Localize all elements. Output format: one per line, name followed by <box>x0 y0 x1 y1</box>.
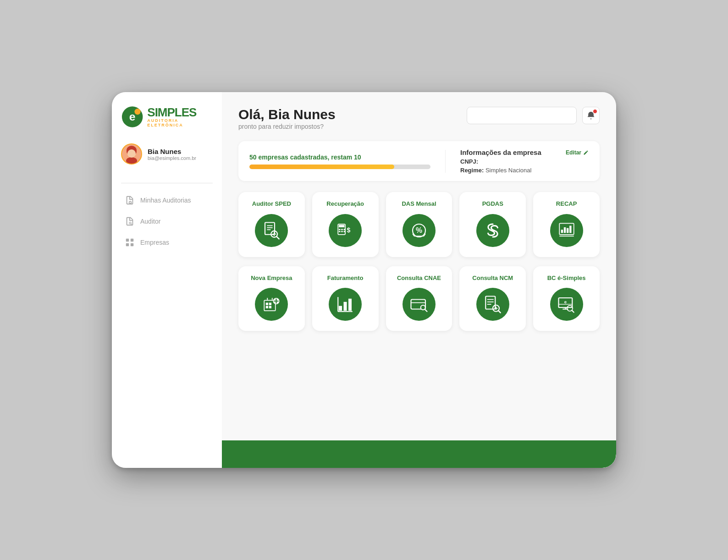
svg-rect-13 <box>126 239 129 242</box>
svg-rect-27 <box>339 229 341 230</box>
sidebar-item-minhas-auditorias[interactable]: Minhas Auditorias <box>121 191 213 210</box>
avatar-image <box>122 144 141 164</box>
logo-area: e SIMPLES AUDITORIA ELETRÔNICA <box>121 105 213 129</box>
svg-rect-28 <box>341 229 343 230</box>
user-info: Bia Nunes bia@esimples.com.br <box>148 148 196 161</box>
recuperacao-icon: $ <box>336 221 355 240</box>
company-banner: 50 empresas cadastradas, restam 10 Infor… <box>238 141 600 181</box>
svg-text:e: e <box>129 110 136 123</box>
svg-line-12 <box>131 224 132 225</box>
card-label-recap: RECAP <box>556 200 577 208</box>
recap-icon <box>557 221 576 240</box>
search-input[interactable] <box>467 107 577 124</box>
consulta-cnae-icon <box>409 295 429 314</box>
consulta-ncm-icon-circle <box>476 288 509 321</box>
svg-point-8 <box>127 149 136 158</box>
faturamento-icon-circle <box>329 288 362 321</box>
card-consulta-cnae[interactable]: Consulta CNAE <box>386 266 452 331</box>
card-recap[interactable]: RECAP <box>533 192 600 257</box>
svg-rect-49 <box>269 306 271 308</box>
recuperacao-icon-circle: $ <box>329 214 362 247</box>
svg-rect-15 <box>126 243 129 246</box>
bc-esimples-icon-circle: e <box>550 288 583 321</box>
svg-rect-56 <box>344 302 347 311</box>
user-email: bia@esimples.com.br <box>148 155 196 161</box>
header-row: Olá, Bia Nunes pronto para reduzir impos… <box>238 107 600 130</box>
company-left: 50 empresas cadastradas, restam 10 <box>249 154 430 169</box>
sidebar-item-empresas[interactable]: Empresas <box>121 233 213 252</box>
svg-rect-17 <box>265 222 275 234</box>
svg-point-63 <box>421 306 425 309</box>
card-consulta-ncm[interactable]: Consulta NCM <box>459 266 526 331</box>
consulta-ncm-icon <box>483 295 502 314</box>
sidebar: e SIMPLES AUDITORIA ELETRÔNICA <box>112 92 222 468</box>
edit-icon <box>583 150 589 155</box>
pgdas-icon <box>483 221 502 240</box>
cnpj-label: CNPJ: <box>460 158 478 165</box>
card-faturamento[interactable]: Faturamento <box>312 266 379 331</box>
logo-icon: e <box>121 105 143 129</box>
card-label-nova-empresa: Nova Empresa <box>251 275 292 282</box>
card-label-das-mensal: DAS Mensal <box>402 200 436 208</box>
das-mensal-icon-circle: % <box>403 214 436 247</box>
svg-rect-65 <box>485 296 495 309</box>
cards-row-1: Auditor SPED <box>238 192 600 257</box>
svg-rect-57 <box>348 299 352 311</box>
main-content: Olá, Bia Nunes pronto para reduzir impos… <box>222 92 616 468</box>
sidebar-nav: Minhas Auditorias Auditor Empresas <box>121 191 213 254</box>
das-mensal-icon: % <box>409 221 429 240</box>
svg-rect-14 <box>131 239 133 242</box>
svg-rect-16 <box>131 243 133 246</box>
greeting-title: Olá, Bia Nunes <box>238 107 336 122</box>
card-label-consulta-cnae: Consulta CNAE <box>397 275 441 282</box>
count-highlight: 10 <box>354 154 361 161</box>
header-right <box>467 107 600 124</box>
card-pgdas[interactable]: PGDAS <box>459 192 526 257</box>
notification-button[interactable] <box>582 107 600 124</box>
company-divider <box>445 150 446 173</box>
svg-line-64 <box>425 310 427 312</box>
companies-count: 50 empresas cadastradas, restam 10 <box>249 154 430 161</box>
company-info-header: Informações da empresa Editar <box>460 148 589 156</box>
svg-rect-55 <box>339 306 342 311</box>
svg-text:e: e <box>564 299 567 304</box>
card-label-pgdas: PGDAS <box>482 200 503 208</box>
auditor-sped-icon <box>262 221 281 240</box>
pgdas-icon-circle <box>476 214 509 247</box>
card-nova-empresa[interactable]: Nova Empresa <box>238 266 305 331</box>
sidebar-divider <box>121 183 213 183</box>
sidebar-item-auditor[interactable]: Auditor <box>121 212 213 231</box>
card-das-mensal[interactable]: DAS Mensal % <box>386 192 452 257</box>
svg-rect-41 <box>563 227 565 233</box>
svg-line-22 <box>277 236 279 239</box>
cards-section: Auditor SPED <box>238 192 600 331</box>
edit-button[interactable]: Editar <box>566 149 589 156</box>
card-auditor-sped[interactable]: Auditor SPED <box>238 192 305 257</box>
regime-label: Regime: <box>460 167 484 174</box>
cnpj-row: CNPJ: <box>460 158 589 165</box>
logo-text-area: SIMPLES AUDITORIA ELETRÔNICA <box>147 106 213 127</box>
company-info-title: Informações da empresa <box>460 148 541 156</box>
progress-bar <box>249 165 430 169</box>
cards-row-2: Nova Empresa <box>238 266 600 331</box>
avatar <box>121 143 142 165</box>
auditor-icon <box>125 216 135 226</box>
auditor-sped-icon-circle <box>255 214 288 247</box>
svg-rect-48 <box>269 303 271 305</box>
card-label-consulta-ncm: Consulta NCM <box>472 275 513 282</box>
svg-text:%: % <box>416 226 422 234</box>
svg-point-2 <box>134 109 140 115</box>
user-area: Bia Nunes bia@esimples.com.br <box>121 142 213 166</box>
nova-empresa-icon-circle <box>255 288 288 321</box>
card-label-recuperacao: Recuperação <box>326 200 364 208</box>
bc-esimples-icon: e <box>557 295 576 314</box>
consulta-cnae-icon-circle <box>403 288 436 321</box>
card-recuperacao[interactable]: Recuperação <box>312 192 379 257</box>
greeting-subtitle: pronto para reduzir impostos? <box>238 123 336 130</box>
svg-rect-32 <box>344 231 346 232</box>
svg-rect-30 <box>339 231 341 232</box>
sidebar-item-label-empresas: Empresas <box>140 239 169 246</box>
logo-main-text: SIMPLES <box>147 106 213 118</box>
logo-sub-text: AUDITORIA ELETRÔNICA <box>147 118 213 127</box>
card-bc-esimples[interactable]: BC é-Simples e <box>533 266 600 331</box>
